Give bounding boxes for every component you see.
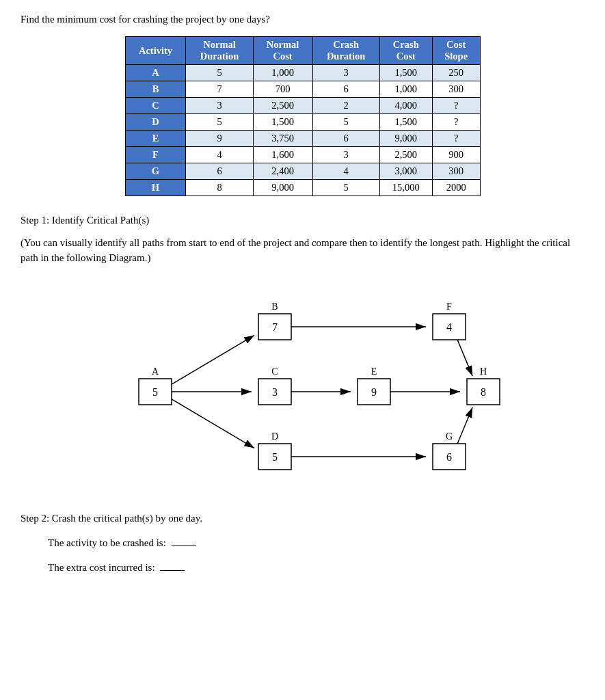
network-diagram: 5A7B3C5D9E4F6G8H <box>98 273 508 492</box>
cell-normal_cost-0: 1,000 <box>253 65 312 81</box>
cell-cost_slope-2: ? <box>432 98 480 114</box>
node-value-G: 6 <box>446 451 452 463</box>
node-label-C: C <box>271 366 278 377</box>
cell-normal_cost-2: 2,500 <box>253 98 312 114</box>
question-text: Find the minimum cost for crashing the p… <box>21 14 584 25</box>
cell-normal_cost-3: 1,500 <box>253 114 312 131</box>
cell-cost_slope-0: 250 <box>432 65 480 81</box>
table-row: B770061,000300 <box>125 81 480 98</box>
cell-normal_duration-0: 5 <box>186 65 253 81</box>
node-F: 4F <box>433 301 466 340</box>
cell-normal_cost-6: 2,400 <box>253 163 312 180</box>
edge-A-B <box>170 335 254 386</box>
node-B: 7B <box>258 301 291 340</box>
cell-activity-4: E <box>125 131 186 147</box>
cell-cost_slope-6: 300 <box>432 163 480 180</box>
step2-section: Step 2: Crash the critical path(s) by on… <box>21 508 584 578</box>
cell-crash_duration-6: 4 <box>312 163 379 180</box>
cell-crash_duration-0: 3 <box>312 65 379 81</box>
cost-blank <box>160 570 185 571</box>
edge-G-H <box>457 407 472 445</box>
cell-normal_cost-1: 700 <box>253 81 312 98</box>
node-E: 9E <box>358 366 390 405</box>
cell-crash_cost-2: 4,000 <box>379 98 432 114</box>
cell-crash_cost-1: 1,000 <box>379 81 432 98</box>
cell-crash_duration-4: 6 <box>312 131 379 147</box>
node-label-G: G <box>445 431 452 442</box>
cell-normal_cost-4: 3,750 <box>253 131 312 147</box>
cell-crash_cost-7: 15,000 <box>379 180 432 196</box>
cell-normal_duration-3: 5 <box>186 114 253 131</box>
cell-crash_cost-6: 3,000 <box>379 163 432 180</box>
cell-normal_cost-7: 9,000 <box>253 180 312 196</box>
col-header-crash-cost: CrashCost <box>379 37 432 65</box>
cell-activity-2: C <box>125 98 186 114</box>
col-header-normal-cost: NormalCost <box>253 37 312 65</box>
node-label-E: E <box>371 366 377 377</box>
cell-crash_duration-3: 5 <box>312 114 379 131</box>
step2-line1: The activity to be crashed is: <box>48 533 584 553</box>
step2-title: Step 2: Crash the critical path(s) by on… <box>21 508 584 528</box>
node-label-H: H <box>479 366 486 377</box>
col-header-normal-duration: NormalDuration <box>186 37 253 65</box>
node-C: 3C <box>258 366 291 405</box>
step2-line2: The extra cost incurred is: <box>48 557 584 578</box>
col-header-crash-duration: CrashDuration <box>312 37 379 65</box>
node-label-F: F <box>446 301 452 312</box>
cell-crash_cost-0: 1,500 <box>379 65 432 81</box>
node-label-A: A <box>151 366 159 377</box>
cell-activity-0: A <box>125 65 186 81</box>
activity-blank <box>172 546 196 546</box>
table-row: G62,40043,000300 <box>125 163 480 180</box>
col-header-cost-slope: CostSlope <box>432 37 480 65</box>
cell-normal_duration-1: 7 <box>186 81 253 98</box>
node-A: 5A <box>139 366 172 405</box>
node-value-H: 8 <box>481 386 486 398</box>
node-D: 5D <box>258 431 291 470</box>
cell-normal_duration-2: 3 <box>186 98 253 114</box>
node-value-D: 5 <box>272 451 278 463</box>
cell-crash_duration-1: 6 <box>312 81 379 98</box>
edge-A-D <box>170 398 254 448</box>
cell-cost_slope-1: 300 <box>432 81 480 98</box>
table-row: A51,00031,500250 <box>125 65 480 81</box>
cell-activity-6: G <box>125 163 186 180</box>
cell-activity-5: F <box>125 147 186 163</box>
step1-title: Step 1: Identify Critical Path(s) <box>21 213 584 228</box>
cell-cost_slope-7: 2000 <box>432 180 480 196</box>
cell-cost_slope-3: ? <box>432 114 480 131</box>
node-H: 8H <box>467 366 500 405</box>
cell-normal_duration-5: 4 <box>186 147 253 163</box>
node-value-E: 9 <box>371 386 377 398</box>
cell-normal_duration-4: 9 <box>186 131 253 147</box>
cell-crash_cost-4: 9,000 <box>379 131 432 147</box>
table-row: D51,50051,500? <box>125 114 480 131</box>
activity-table: Activity NormalDuration NormalCost Crash… <box>125 36 481 196</box>
edge-F-H <box>457 338 472 375</box>
node-value-B: 7 <box>272 321 278 333</box>
table-row: H89,000515,0002000 <box>125 180 480 196</box>
step1-desc: (You can visually identify all paths fro… <box>21 235 584 266</box>
node-label-B: B <box>271 301 278 312</box>
node-label-D: D <box>271 431 278 442</box>
table-row: E93,75069,000? <box>125 131 480 147</box>
cell-normal_cost-5: 1,600 <box>253 147 312 163</box>
cell-activity-7: H <box>125 180 186 196</box>
cell-crash_cost-5: 2,500 <box>379 147 432 163</box>
cell-activity-1: B <box>125 81 186 98</box>
cell-crash_duration-7: 5 <box>312 180 379 196</box>
node-value-F: 4 <box>446 321 452 333</box>
node-value-A: 5 <box>152 386 158 398</box>
cell-normal_duration-6: 6 <box>186 163 253 180</box>
table-row: C32,50024,000? <box>125 98 480 114</box>
cell-activity-3: D <box>125 114 186 131</box>
node-value-C: 3 <box>272 386 278 398</box>
cell-cost_slope-5: 900 <box>432 147 480 163</box>
cell-crash_duration-5: 3 <box>312 147 379 163</box>
diagram-svg: 5A7B3C5D9E4F6G8H <box>98 273 508 492</box>
cell-normal_duration-7: 8 <box>186 180 253 196</box>
table-row: F41,60032,500900 <box>125 147 480 163</box>
cell-crash_cost-3: 1,500 <box>379 114 432 131</box>
cell-cost_slope-4: ? <box>432 131 480 147</box>
cell-crash_duration-2: 2 <box>312 98 379 114</box>
